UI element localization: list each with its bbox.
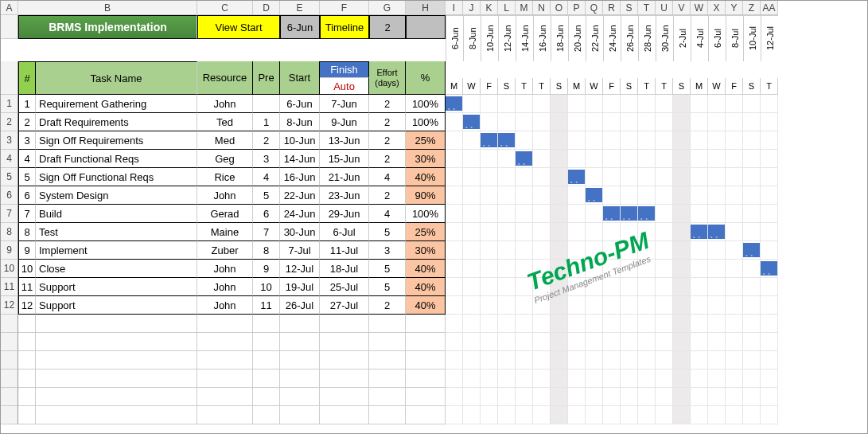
task-pct[interactable]: 90% (406, 186, 446, 205)
gantt-cell[interactable] (498, 315, 516, 333)
gantt-cell[interactable] (621, 131, 638, 150)
task-resource[interactable]: John (197, 186, 253, 205)
gantt-cell[interactable] (463, 223, 481, 241)
gantt-cell[interactable] (586, 315, 603, 333)
empty-cell[interactable] (406, 333, 446, 351)
gantt-cell[interactable] (743, 278, 761, 296)
gantt-cell[interactable] (726, 168, 743, 186)
gantt-cell[interactable] (551, 333, 568, 351)
task-name[interactable]: Draft Requirements (36, 113, 197, 131)
gantt-cell[interactable] (691, 296, 708, 315)
task-pre[interactable]: 7 (253, 223, 280, 241)
gantt-cell[interactable] (533, 95, 551, 113)
gantt-cell[interactable] (446, 406, 463, 424)
gantt-cell[interactable] (638, 131, 656, 150)
col-finish[interactable]: Finish (320, 61, 369, 78)
gantt-cell[interactable] (498, 351, 516, 369)
gantt-cell[interactable] (638, 241, 656, 260)
gantt-cell[interactable] (481, 406, 498, 424)
task-num[interactable]: 9 (18, 241, 36, 260)
col-header-H[interactable]: H (406, 1, 446, 15)
gantt-cell[interactable] (551, 131, 568, 150)
gantt-cell[interactable] (568, 95, 586, 113)
gantt-cell[interactable] (673, 223, 691, 241)
gantt-cell[interactable] (673, 113, 691, 131)
gantt-cell[interactable] (656, 333, 673, 351)
gantt-cell[interactable] (726, 223, 743, 241)
gantt-cell[interactable] (691, 113, 708, 131)
empty-cell[interactable] (36, 351, 197, 369)
gantt-cell[interactable] (743, 205, 761, 223)
gantt-cell[interactable] (516, 241, 533, 260)
gantt-cell[interactable] (568, 260, 586, 278)
task-finish[interactable]: 21-Jun (320, 168, 369, 186)
gantt-cell[interactable] (551, 406, 568, 424)
gantt-cell[interactable] (516, 278, 533, 296)
empty-cell[interactable] (253, 351, 280, 369)
gantt-cell[interactable] (638, 315, 656, 333)
gantt-cell[interactable] (568, 278, 586, 296)
timeline-blank[interactable] (406, 15, 446, 39)
gantt-cell[interactable] (761, 260, 778, 278)
gantt-cell[interactable] (463, 296, 481, 315)
task-pct[interactable]: 100% (406, 95, 446, 113)
gantt-cell[interactable] (708, 296, 726, 315)
gantt-cell[interactable] (638, 260, 656, 278)
gantt-cell[interactable] (516, 186, 533, 205)
gantt-cell[interactable] (551, 168, 568, 186)
gantt-cell[interactable] (533, 113, 551, 131)
gantt-cell[interactable] (568, 223, 586, 241)
gantt-cell[interactable] (726, 131, 743, 150)
gantt-cell[interactable] (463, 95, 481, 113)
gantt-cell[interactable] (586, 406, 603, 424)
gantt-cell[interactable] (743, 150, 761, 168)
gantt-cell[interactable] (481, 260, 498, 278)
gantt-cell[interactable] (586, 333, 603, 351)
task-num[interactable]: 2 (18, 113, 36, 131)
col-header-V[interactable]: V (673, 1, 691, 15)
task-finish[interactable]: 27-Jul (320, 296, 369, 315)
gantt-cell[interactable] (498, 333, 516, 351)
empty-cell[interactable] (18, 333, 36, 351)
rownum[interactable]: 2 (1, 113, 18, 131)
empty-cell[interactable] (320, 388, 369, 406)
task-num[interactable]: 5 (18, 168, 36, 186)
gantt-cell[interactable] (603, 388, 621, 406)
gantt-cell[interactable] (516, 113, 533, 131)
gantt-cell[interactable] (638, 168, 656, 186)
gantt-cell[interactable] (463, 315, 481, 333)
empty-cell[interactable] (1, 388, 18, 406)
gantt-cell[interactable] (708, 315, 726, 333)
task-start[interactable]: 10-Jun (280, 131, 320, 150)
gantt-cell[interactable] (446, 260, 463, 278)
task-name[interactable]: Sign Off Requirements (36, 131, 197, 150)
task-finish[interactable]: 6-Jul (320, 223, 369, 241)
col-resource[interactable]: Resource (197, 61, 253, 95)
gantt-cell[interactable] (691, 131, 708, 150)
gantt-cell[interactable] (498, 296, 516, 315)
task-effort[interactable]: 5 (369, 278, 406, 296)
task-start[interactable]: 30-Jun (280, 223, 320, 241)
gantt-cell[interactable] (708, 168, 726, 186)
task-num[interactable]: 4 (18, 150, 36, 168)
gantt-cell[interactable] (533, 205, 551, 223)
task-start[interactable]: 8-Jun (280, 113, 320, 131)
task-pre[interactable] (253, 95, 280, 113)
gantt-cell[interactable] (533, 296, 551, 315)
col-header-C[interactable]: C (197, 1, 253, 15)
task-pre[interactable]: 6 (253, 205, 280, 223)
task-start[interactable]: 14-Jun (280, 150, 320, 168)
col-pre[interactable]: Pre (253, 61, 280, 95)
gantt-cell[interactable] (638, 95, 656, 113)
gantt-cell[interactable] (761, 168, 778, 186)
rownum[interactable]: 1 (1, 95, 18, 113)
empty-cell[interactable] (253, 333, 280, 351)
empty-cell[interactable] (253, 406, 280, 424)
empty-cell[interactable] (253, 315, 280, 333)
view-start-label[interactable]: View Start (197, 15, 280, 39)
gantt-cell[interactable] (498, 186, 516, 205)
col-header-T[interactable]: T (638, 1, 656, 15)
gantt-cell[interactable] (621, 369, 638, 388)
gantt-cell[interactable] (568, 150, 586, 168)
gantt-cell[interactable] (656, 186, 673, 205)
